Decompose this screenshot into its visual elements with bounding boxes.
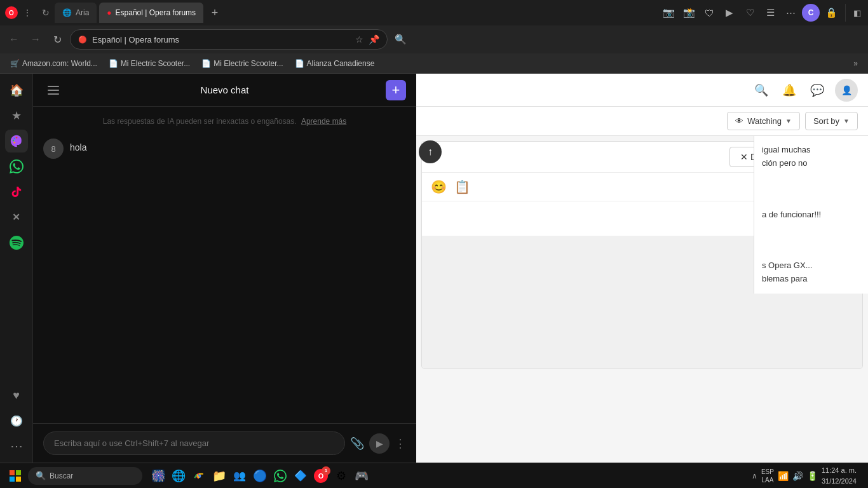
svg-rect-7 (10, 470, 15, 475)
taskbar-search-bar[interactable]: 🔍 Buscar (28, 467, 142, 485)
number-bubble[interactable]: ↑ (419, 140, 442, 163)
forum-chat-button[interactable]: 💬 (807, 80, 827, 100)
star-icon[interactable]: ☆ (355, 34, 363, 44)
start-button[interactable] (5, 466, 25, 486)
bookmark-scooter1-label: Mi Electric Scooter... (121, 59, 190, 68)
taskbar-app-filemanager[interactable]: 📁 (210, 466, 229, 485)
camera-button[interactable]: 📸 (680, 4, 698, 22)
reload-button[interactable]: ↻ (48, 30, 66, 48)
taskbar-volume-button[interactable]: 🔊 (792, 471, 803, 481)
profile-button[interactable]: C (802, 4, 820, 22)
svg-rect-5 (48, 90, 59, 91)
opera-logo[interactable]: O (5, 6, 18, 19)
taskbar-app-viva[interactable]: 🔷 (291, 466, 310, 485)
forum-notification-button[interactable]: 🔔 (779, 80, 799, 100)
shield-button[interactable]: 🛡 (700, 4, 718, 22)
tab-menu-button[interactable]: ⋮ (20, 5, 34, 20)
attach-file-button[interactable]: 📋 (453, 178, 471, 196)
partial-text-1: igual muchas (762, 144, 860, 157)
address-favicon: 🔴 (78, 36, 87, 44)
forum-avatar[interactable]: 👤 (835, 79, 858, 102)
watching-label: Watching (747, 116, 782, 126)
new-tab-button[interactable]: + (206, 4, 224, 22)
back-button[interactable]: ← (5, 30, 23, 48)
taskbar-clock[interactable]: 11:24 a. m. 31/12/2024 (822, 465, 857, 486)
bookmark-scooter2[interactable]: 📄 Mi Electric Scooter... (196, 57, 288, 70)
pin-icon[interactable]: 📌 (369, 34, 379, 44)
sort-by-label: Sort by (813, 116, 839, 126)
lucide-button[interactable]: ☰ (761, 4, 779, 22)
aria-title: Nuevo chat (64, 85, 386, 95)
aria-new-chat-button[interactable]: + (386, 80, 406, 100)
emoji-button[interactable]: 😊 (430, 178, 448, 196)
aria-more-button[interactable]: ⋮ (395, 437, 406, 451)
bookmark-scooter2-label: Mi Electric Scooter... (214, 59, 283, 68)
svg-rect-8 (16, 470, 21, 475)
tab-aria-favicon: 🌐 (62, 8, 72, 17)
tab-sidebar-button[interactable]: ◧ (845, 4, 863, 22)
svg-rect-6 (48, 93, 59, 95)
left-sidebar: 🏠 ★ ✕ (0, 74, 33, 463)
taskbar-app-whatsapp[interactable] (271, 466, 290, 485)
bookmark-scooter1[interactable]: 📄 Mi Electric Scooter... (104, 57, 195, 70)
taskbar-app-teams[interactable]: 👥 (230, 466, 249, 485)
bookmark-scooter1-favicon: 📄 (109, 59, 118, 68)
taskbar-app-edge2[interactable]: 🔵 (250, 466, 269, 485)
sidebar-item-tiktok[interactable] (5, 180, 28, 203)
forum-action-bar: 👁 Watching ▼ Sort by ▼ (416, 107, 868, 136)
taskbar-app-unknown[interactable]: 🎆 (149, 466, 168, 485)
sidebar-item-favorites[interactable]: ♥ (5, 384, 28, 407)
bookmark-alianza[interactable]: 📄 Alianza Canadiense (290, 57, 380, 70)
tab-bar: O ⋮ ↻ 🌐 Aria ● Español | Opera forums + … (0, 0, 868, 25)
sidebar-item-more[interactable]: ⋯ (5, 435, 28, 458)
taskbar-app-opera[interactable]: O 1 (311, 466, 330, 485)
taskbar-network-button[interactable]: 📶 (778, 471, 789, 481)
partial-text-4: s Opera GX... (762, 259, 860, 273)
taskbar-battery-button[interactable]: 🔋 (807, 471, 818, 481)
forum-content: ✕ Discard ✔ Submit 😊 📋 HIDE PREVI (416, 136, 868, 463)
play-button[interactable]: ▶ (721, 4, 738, 22)
tab-aria[interactable]: 🌐 Aria (55, 3, 97, 23)
aria-send-button[interactable]: ▶ (369, 433, 390, 454)
bookmarks-more[interactable]: » (848, 57, 863, 70)
taskbar-time: 11:24 a. m. (822, 465, 857, 476)
partial-text-2: ción pero no (762, 157, 860, 170)
aria-attach-button[interactable]: 📎 (350, 437, 364, 451)
aria-sidebar-toggle[interactable] (43, 80, 64, 100)
bookmark-amazon-favicon: 🛒 (10, 59, 20, 68)
forum-search-button[interactable]: 🔍 (751, 80, 771, 100)
extensions-button[interactable]: ⋯ (782, 4, 799, 22)
watching-button[interactable]: 👁 Watching ▼ (727, 112, 800, 130)
sidebar-item-whatsapp[interactable] (5, 155, 28, 178)
sidebar-item-bookmarks[interactable]: ★ (5, 104, 28, 127)
bookmark-scooter2-favicon: 📄 (201, 59, 211, 68)
bookmark-amazon[interactable]: 🛒 Amazon.com: World... (5, 57, 102, 70)
sidebar-item-history[interactable]: 🕐 (5, 409, 28, 432)
taskbar-app-game[interactable]: 🎮 (352, 466, 371, 485)
bookmarks-bar: 🛒 Amazon.com: World... 📄 Mi Electric Sco… (0, 53, 868, 74)
search-browser-button[interactable]: 🔍 (391, 30, 409, 48)
taskbar-app-edge[interactable]: 🌐 (169, 466, 188, 485)
svg-rect-9 (10, 477, 15, 482)
sidebar-item-home[interactable]: 🏠 (5, 79, 28, 102)
taskbar-app-chrome[interactable] (189, 466, 208, 485)
heart-button[interactable]: ♡ (741, 4, 759, 22)
address-bar[interactable]: 🔴 Español | Opera forums ☆ 📌 (70, 29, 388, 50)
sort-by-button[interactable]: Sort by ▼ (805, 112, 858, 130)
sidebar-item-twitter[interactable]: ✕ (5, 206, 28, 229)
svg-rect-10 (16, 477, 21, 482)
aria-input[interactable] (43, 431, 345, 455)
aria-disclaimer: Las respuestas de IA pueden ser inexacta… (43, 117, 406, 126)
security-button[interactable]: 🔒 (822, 4, 840, 22)
sidebar-item-spotify[interactable] (5, 231, 28, 254)
taskbar-app-settings[interactable]: ⚙ (332, 466, 351, 485)
reload-tab-button[interactable]: ↻ (39, 5, 52, 20)
taskbar-expand-button[interactable]: ∧ (752, 471, 757, 480)
learn-more-link[interactable]: Aprende más (301, 117, 346, 126)
taskbar-date: 31/12/2024 (822, 476, 857, 487)
aria-input-area: 📎 ▶ ⋮ (33, 423, 416, 463)
sidebar-item-themes[interactable] (5, 130, 28, 152)
tab-opera-forums[interactable]: ● Español | Opera forums (99, 3, 203, 23)
capture-button[interactable]: 📷 (660, 4, 677, 22)
forward-button[interactable]: → (27, 30, 44, 48)
